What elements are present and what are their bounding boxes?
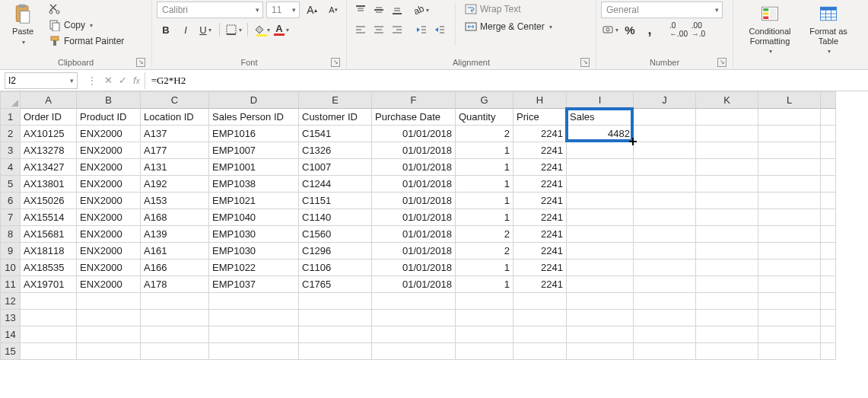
cell[interactable]: 2241 [513, 209, 567, 226]
row-header[interactable]: 9 [1, 243, 21, 259]
paste-button[interactable]: Paste ▾ [5, 2, 41, 46]
cell[interactable]: ENX2000 [77, 193, 141, 209]
cell[interactable] [758, 109, 821, 126]
cell[interactable]: 01/01/2018 [372, 193, 456, 209]
cell[interactable] [567, 142, 634, 159]
column-header[interactable]: H [513, 92, 567, 109]
merge-center-button[interactable]: Merge & Center▾ [462, 19, 555, 34]
borders-button[interactable]: ▾ [224, 21, 243, 38]
cell[interactable]: EMP1022 [209, 259, 299, 276]
cell[interactable]: AX19701 [21, 276, 77, 293]
row-header[interactable]: 8 [1, 226, 21, 243]
cell[interactable] [821, 126, 836, 142]
row-header[interactable]: 4 [1, 159, 21, 176]
cell[interactable] [758, 142, 821, 159]
cell[interactable]: ENX2000 [77, 159, 141, 176]
cell[interactable]: A177 [141, 142, 209, 159]
cell[interactable]: 2241 [513, 126, 567, 142]
cell[interactable]: 01/01/2018 [372, 209, 456, 226]
cell[interactable] [567, 159, 634, 176]
cell[interactable] [634, 142, 696, 159]
cell[interactable] [696, 276, 758, 293]
cell[interactable]: 2241 [513, 259, 567, 276]
cell[interactable]: 2241 [513, 243, 567, 259]
cell[interactable]: Product ID [77, 109, 141, 126]
underline-button[interactable]: U▾ [196, 21, 215, 38]
cell[interactable] [456, 326, 513, 343]
cell[interactable] [567, 243, 634, 259]
cell[interactable] [372, 310, 456, 326]
cell[interactable]: A178 [141, 276, 209, 293]
cell[interactable]: 01/01/2018 [372, 226, 456, 243]
cell[interactable] [634, 176, 696, 193]
cell[interactable]: 1 [456, 209, 513, 226]
cell[interactable]: C1765 [299, 276, 372, 293]
cell[interactable]: 1 [456, 259, 513, 276]
cell[interactable]: 2 [456, 126, 513, 142]
dialog-launcher[interactable]: ↘ [580, 58, 590, 67]
cell[interactable] [567, 343, 634, 360]
cell[interactable]: 1 [456, 142, 513, 159]
dialog-launcher[interactable]: ↘ [136, 58, 145, 67]
cell[interactable] [456, 310, 513, 326]
cell[interactable]: AX18535 [21, 259, 77, 276]
cell[interactable] [209, 310, 299, 326]
cell[interactable] [567, 310, 634, 326]
cell[interactable]: 01/01/2018 [372, 126, 456, 142]
format-painter-button[interactable]: Format Painter [46, 33, 127, 49]
cell[interactable]: Purchase Date [372, 109, 456, 126]
cell[interactable]: A153 [141, 193, 209, 209]
cell[interactable] [372, 326, 456, 343]
cell[interactable] [696, 259, 758, 276]
cell[interactable]: 1 [456, 159, 513, 176]
cell[interactable]: C1560 [299, 226, 372, 243]
font-size-combo[interactable]: 11 [266, 2, 300, 18]
fill-color-button[interactable]: ▾ [253, 21, 271, 38]
cell[interactable]: EMP1021 [209, 193, 299, 209]
column-header[interactable] [821, 92, 836, 109]
cell[interactable] [821, 193, 836, 209]
cell[interactable]: Order ID [21, 109, 77, 126]
column-header[interactable]: K [696, 92, 758, 109]
cell[interactable] [821, 226, 836, 243]
cell[interactable] [758, 310, 821, 326]
bold-button[interactable]: B [157, 21, 175, 38]
cell[interactable] [21, 310, 77, 326]
increase-indent-button[interactable] [431, 21, 449, 38]
column-header[interactable]: A [21, 92, 77, 109]
cell[interactable] [141, 343, 209, 360]
cell[interactable]: EMP1030 [209, 243, 299, 259]
column-header[interactable]: L [758, 92, 821, 109]
cell[interactable]: 2241 [513, 276, 567, 293]
cell[interactable] [634, 293, 696, 310]
cell[interactable]: EMP1037 [209, 276, 299, 293]
cell[interactable] [634, 259, 696, 276]
cell[interactable] [634, 159, 696, 176]
cell[interactable] [696, 159, 758, 176]
cell[interactable] [758, 226, 821, 243]
accounting-format-button[interactable]: ▾ [601, 21, 619, 38]
cell[interactable] [821, 310, 836, 326]
cell[interactable] [696, 310, 758, 326]
cell[interactable]: 01/01/2018 [372, 259, 456, 276]
cell[interactable] [821, 176, 836, 193]
cell[interactable] [758, 259, 821, 276]
row-header[interactable]: 10 [1, 259, 21, 276]
cell[interactable] [372, 293, 456, 310]
cell[interactable] [456, 343, 513, 360]
row-header[interactable]: 12 [1, 293, 21, 310]
align-bottom-button[interactable] [388, 2, 406, 18]
cell[interactable]: 2 [456, 226, 513, 243]
cell[interactable] [696, 243, 758, 259]
cell[interactable] [634, 326, 696, 343]
cell[interactable]: ENX2000 [77, 243, 141, 259]
row-header[interactable]: 5 [1, 176, 21, 193]
cell[interactable]: C1140 [299, 209, 372, 226]
font-name-combo[interactable]: Calibri [157, 2, 263, 18]
cell[interactable]: A139 [141, 226, 209, 243]
increase-decimal-button[interactable]: .0←.00 [669, 21, 688, 38]
dialog-launcher[interactable]: ↘ [331, 58, 340, 67]
cell[interactable]: 2 [456, 243, 513, 259]
cell[interactable] [21, 326, 77, 343]
cell[interactable] [209, 343, 299, 360]
